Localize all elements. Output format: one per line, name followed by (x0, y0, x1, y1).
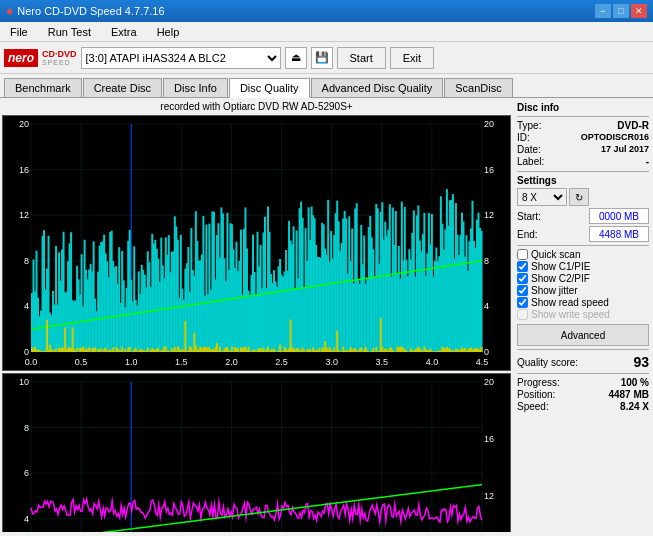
show-c2pif-checkbox[interactable] (517, 273, 528, 284)
show-c1pie-row: Show C1/PIE (517, 261, 649, 272)
progress-stat-value: 100 % (621, 377, 649, 388)
tab-disc-quality[interactable]: Disc Quality (229, 78, 310, 98)
menu-help[interactable]: Help (151, 24, 186, 40)
show-write-speed-checkbox[interactable] (517, 309, 528, 320)
title-bar-text: Nero CD-DVD Speed 4.7.7.16 (17, 5, 164, 17)
tab-benchmark[interactable]: Benchmark (4, 78, 82, 97)
chart-title: recorded with Optiarc DVD RW AD-5290S+ (2, 100, 511, 113)
eject-icon[interactable]: ⏏ (285, 47, 307, 69)
show-read-speed-checkbox[interactable] (517, 297, 528, 308)
menu-file[interactable]: File (4, 24, 34, 40)
right-panel: Disc info Type: DVD-R ID: OPTODISCR016 D… (513, 98, 653, 534)
id-label: ID: (517, 132, 530, 143)
menu-bar: File Run Test Extra Help (0, 22, 653, 42)
position-stat-label: Position: (517, 389, 555, 400)
toolbar: nero CD·DVD SPEED [3:0] ATAPI iHAS324 A … (0, 42, 653, 74)
show-read-speed-label: Show read speed (531, 297, 609, 308)
quality-score-value: 93 (633, 354, 649, 370)
quality-score-row: Quality score: 93 (517, 354, 649, 370)
type-label: Type: (517, 120, 541, 131)
menu-extra[interactable]: Extra (105, 24, 143, 40)
end-field-label: End: (517, 229, 538, 240)
nero-logo: nero (8, 51, 34, 65)
type-value: DVD-R (617, 120, 649, 131)
speed-stat-label: Speed: (517, 401, 549, 412)
tab-create-disc[interactable]: Create Disc (83, 78, 162, 97)
app-icon: ● (6, 4, 13, 18)
id-value: OPTODISCR016 (581, 132, 649, 143)
drive-selector[interactable]: [3:0] ATAPI iHAS324 A BLC2 (81, 47, 281, 69)
advanced-button[interactable]: Advanced (517, 324, 649, 346)
progress-row: Progress: 100 % (517, 377, 649, 388)
show-jitter-row: Show jitter (517, 285, 649, 296)
refresh-icon[interactable]: ↻ (569, 188, 589, 206)
disc-label-value: - (646, 156, 649, 167)
position-row: Position: 4487 MB (517, 389, 649, 400)
exit-button[interactable]: Exit (390, 47, 434, 69)
show-jitter-label: Show jitter (531, 285, 578, 296)
title-bar: ● Nero CD-DVD Speed 4.7.7.16 − □ ✕ (0, 0, 653, 22)
settings-title: Settings (517, 175, 649, 186)
show-c1pie-label: Show C1/PIE (531, 261, 590, 272)
menu-run-test[interactable]: Run Test (42, 24, 97, 40)
speed-stat-value: 8.24 X (620, 401, 649, 412)
date-label: Date: (517, 144, 541, 155)
tab-scan-disc[interactable]: ScanDisc (444, 78, 512, 97)
speed-selector[interactable]: 8 X (517, 188, 567, 206)
start-field[interactable] (589, 208, 649, 224)
disc-label-label: Label: (517, 156, 544, 167)
quick-scan-row: Quick scan (517, 249, 649, 260)
show-jitter-checkbox[interactable] (517, 285, 528, 296)
disc-info-title: Disc info (517, 102, 649, 113)
show-c1pie-checkbox[interactable] (517, 261, 528, 272)
start-field-label: Start: (517, 211, 541, 222)
show-read-speed-row: Show read speed (517, 297, 649, 308)
product-name: CD·DVD (42, 50, 77, 59)
maximize-button[interactable]: □ (613, 4, 629, 18)
date-value: 17 Jul 2017 (601, 144, 649, 155)
product-sub: SPEED (42, 59, 77, 66)
speed-row: Speed: 8.24 X (517, 401, 649, 412)
start-button[interactable]: Start (337, 47, 386, 69)
show-write-speed-label: Show write speed (531, 309, 610, 320)
quick-scan-label: Quick scan (531, 249, 580, 260)
minimize-button[interactable]: − (595, 4, 611, 18)
progress-stat-label: Progress: (517, 377, 560, 388)
main-content: recorded with Optiarc DVD RW AD-5290S+ P… (0, 98, 653, 534)
quality-score-label: Quality score: (517, 357, 578, 368)
end-field[interactable] (589, 226, 649, 242)
position-stat-value: 4487 MB (608, 389, 649, 400)
tab-advanced-disc-quality[interactable]: Advanced Disc Quality (311, 78, 444, 97)
tab-disc-info[interactable]: Disc Info (163, 78, 228, 97)
close-button[interactable]: ✕ (631, 4, 647, 18)
show-c2pif-label: Show C2/PIF (531, 273, 590, 284)
tab-bar: Benchmark Create Disc Disc Info Disc Qua… (0, 74, 653, 98)
quick-scan-checkbox[interactable] (517, 249, 528, 260)
save-icon[interactable]: 💾 (311, 47, 333, 69)
show-write-speed-row: Show write speed (517, 309, 649, 320)
show-c2pif-row: Show C2/PIF (517, 273, 649, 284)
